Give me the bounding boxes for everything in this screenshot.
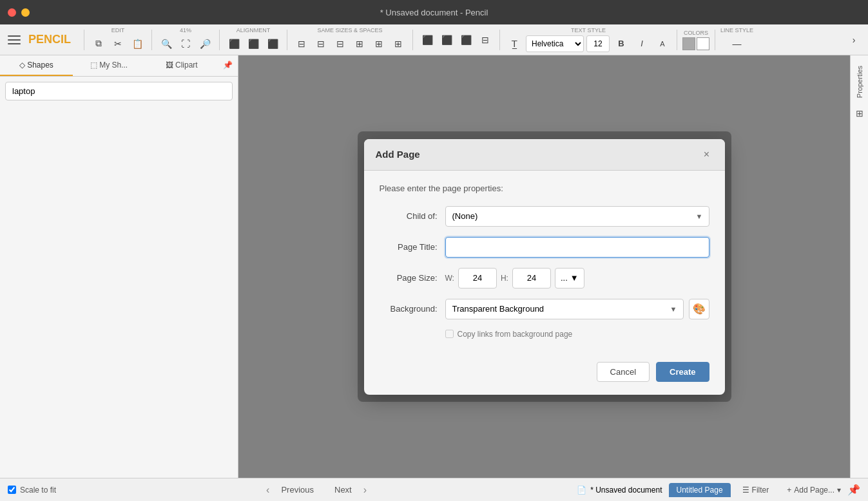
copy-button[interactable]: ⧉	[90, 35, 108, 53]
previous-chevron-icon: ‹	[266, 484, 269, 496]
create-button[interactable]: Create	[656, 362, 709, 382]
copy-links-checkbox[interactable]	[445, 330, 454, 338]
page-tab-label: Untitled Page	[677, 486, 723, 495]
document-section: 📄 * Unsaved document Untitled Page	[577, 483, 730, 497]
tab-shapes[interactable]: ◇ Shapes	[0, 55, 73, 76]
font-select[interactable]: Helvetica	[526, 35, 584, 52]
background-controls: Transparent Background ▼ 🎨	[445, 299, 709, 319]
page-title-input[interactable]	[445, 237, 709, 258]
page-size-inputs: W: 24 H: 24 ... ▼	[445, 268, 709, 288]
text-color-button[interactable]: A	[653, 35, 671, 53]
cancel-button[interactable]: Cancel	[597, 362, 650, 382]
more-sizes-button[interactable]: ... ▼	[555, 268, 584, 288]
align-center-button[interactable]: ⬛	[244, 35, 262, 53]
filter-button[interactable]: ☰ Filter	[736, 483, 776, 497]
valign-top-button[interactable]: ⬛	[418, 31, 436, 49]
background-select[interactable]: Transparent Background	[445, 299, 684, 319]
same-size-button[interactable]: ⊟	[331, 35, 349, 53]
colors-label: COLORS	[684, 30, 708, 36]
italic-button[interactable]: I	[633, 35, 651, 53]
bold-button[interactable]: B	[612, 35, 630, 53]
tab-clipart[interactable]: 🖼 Clipart	[145, 55, 218, 76]
modal-footer: Cancel Create	[364, 352, 725, 395]
close-traffic-light[interactable]	[8, 8, 16, 17]
modal-close-button[interactable]: ×	[700, 148, 713, 161]
valign-bottom-button[interactable]: ⬛	[457, 31, 475, 49]
hamburger-menu[interactable]	[5, 31, 23, 49]
footer-pin-icon[interactable]: 📌	[847, 484, 860, 496]
properties-label[interactable]: Properties	[853, 61, 866, 103]
line-style-picker[interactable]: —	[728, 35, 746, 53]
alignment-label: ALIGNMENT	[236, 27, 271, 33]
footer: Scale to fit ‹ Previous Next › 📄 * Unsav…	[0, 478, 868, 501]
filter-icon: ☰	[742, 486, 749, 495]
stroke-color-picker[interactable]	[697, 37, 709, 50]
same-sizes-section: SAME SIZES & SPACES ⊟ ⊟ ⊟ ⊞ ⊞ ⊞	[293, 27, 407, 53]
background-label: Background:	[380, 304, 438, 314]
next-chevron-icon: ›	[363, 484, 367, 496]
page-title-label: Page Title:	[380, 242, 438, 252]
line-style-section: LINE STYLE —	[720, 27, 753, 53]
next-button[interactable]: Next	[325, 482, 361, 497]
edit-label: EDIT	[111, 27, 125, 33]
add-page-dialog: Add Page × Please enter the page propert…	[364, 139, 725, 395]
child-of-row: Child of: (None) ▼	[380, 206, 709, 227]
height-label: H:	[501, 274, 508, 283]
colors-section: COLORS	[682, 30, 709, 50]
distribute-v-button[interactable]: ⊞	[370, 35, 388, 53]
minimize-traffic-light[interactable]	[21, 8, 30, 17]
text-style-section: TEXT STYLE T̲ Helvetica B I A	[505, 27, 671, 53]
child-of-select[interactable]: (None)	[445, 206, 709, 227]
shapes-icon: ◇	[19, 61, 25, 70]
traffic-lights	[8, 8, 30, 17]
align-right-button[interactable]: ⬛	[264, 35, 282, 53]
cut-button[interactable]: ✂	[109, 35, 127, 53]
add-page-icon: +	[787, 486, 791, 495]
zoom-out-button[interactable]: 🔍	[157, 35, 175, 53]
modal-overlay: Add Page × Please enter the page propert…	[238, 55, 850, 478]
toolbar-separator-3	[219, 30, 220, 50]
page-title-row: Page Title:	[380, 237, 709, 258]
search-input[interactable]: laptop	[5, 82, 233, 100]
zoom-in-button[interactable]: 🔎	[196, 35, 214, 53]
previous-button[interactable]: Previous	[272, 482, 323, 497]
dist-top-button[interactable]: ⊟	[476, 31, 494, 49]
valign-middle-button[interactable]: ⬛	[438, 31, 456, 49]
background-row: Background: Transparent Background ▼ 🎨	[380, 299, 709, 319]
distribute-h-button[interactable]: ⊞	[351, 35, 369, 53]
same-height-button[interactable]: ⊟	[312, 35, 330, 53]
main-area: ◇ Shapes ⬚ My Sh... 🖼 Clipart 📌 laptop A…	[0, 55, 868, 478]
width-label: W:	[445, 274, 454, 283]
page-tab[interactable]: Untitled Page	[669, 483, 731, 497]
paste-button[interactable]: 📋	[128, 35, 146, 53]
toolbar-separator-6	[499, 30, 500, 50]
width-input[interactable]: 24	[458, 268, 497, 288]
zoom-fit-button[interactable]: ⛶	[177, 35, 195, 53]
same-width-button[interactable]: ⊟	[293, 35, 311, 53]
font-size-input[interactable]	[586, 35, 610, 52]
tab-pin[interactable]: 📌	[218, 55, 238, 76]
line-style-label: LINE STYLE	[720, 27, 753, 33]
fill-color-picker[interactable]	[682, 37, 695, 50]
background-paint-button[interactable]: 🎨	[689, 299, 709, 319]
page-navigation: ‹ Previous Next ›	[266, 482, 367, 497]
app-logo: PENCIL	[28, 33, 71, 46]
tab-my-shapes[interactable]: ⬚ My Sh...	[73, 55, 146, 76]
modal-title: Add Page	[376, 149, 420, 160]
scale-to-fit-control: Scale to fit	[8, 486, 56, 495]
toolbar-more-button[interactable]: ›	[845, 31, 863, 49]
more-sizes-wrapper: ... ▼	[555, 268, 584, 288]
alignment-section: ALIGNMENT ⬛ ⬛ ⬛	[225, 27, 282, 53]
scale-to-fit-checkbox[interactable]	[8, 486, 16, 494]
align-left-button[interactable]: ⬛	[225, 35, 243, 53]
footer-actions: ☰ Filter + Add Page... ▾	[736, 483, 847, 497]
distribute-button[interactable]: ⊞	[389, 35, 407, 53]
add-page-button[interactable]: + Add Page... ▾	[780, 483, 847, 497]
height-input[interactable]: 24	[512, 268, 551, 288]
text-style-picker[interactable]: T̲	[505, 35, 523, 53]
child-of-label: Child of:	[380, 211, 438, 221]
zoom-section: 41% 🔍 ⛶ 🔎	[157, 27, 214, 53]
document-name: * Unsaved document	[590, 486, 662, 495]
same-sizes-label: SAME SIZES & SPACES	[318, 27, 383, 33]
sliders-icon[interactable]: ⊞	[856, 108, 863, 118]
